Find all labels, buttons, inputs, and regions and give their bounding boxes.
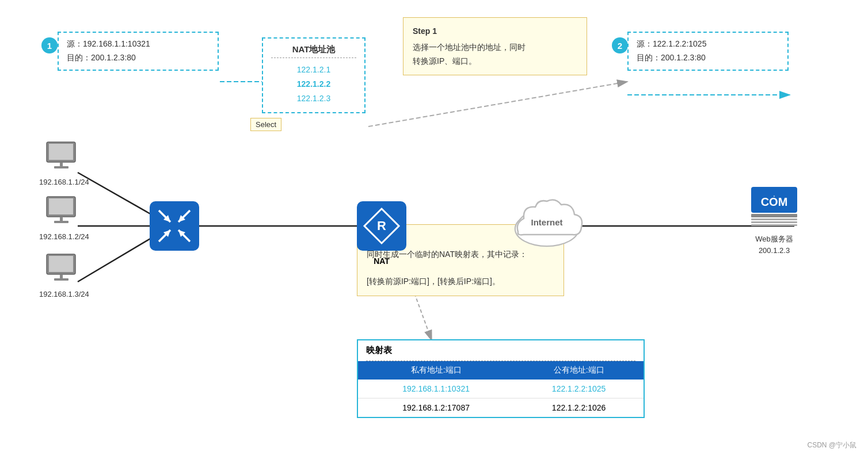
svg-rect-16 [49, 198, 73, 214]
nat-label: NAT [356, 256, 408, 266]
svg-rect-21 [60, 274, 63, 279]
packet1-dst: 目的：200.1.2.3:80 [67, 51, 210, 65]
computer3: 192.168.1.3/24 [39, 253, 89, 298]
computer1-icon [44, 141, 84, 175]
internet-cloud-container: Internet [507, 194, 587, 254]
row2-private: 192.168.1.2:17087 [358, 398, 514, 417]
svg-rect-55 [751, 224, 797, 226]
web-server-container: . COM Web服务器200.1.2.3 [748, 184, 800, 256]
svg-rect-52 [751, 214, 797, 217]
step1-title: Step 1 [413, 25, 577, 39]
mapping-title: 映射表 [366, 345, 635, 356]
internet-cloud-svg: Internet [507, 194, 587, 252]
nat-ip-1: 122.1.2.1 [271, 63, 356, 77]
table-row-1: 192.168.1.1:10321 122.1.2.2:1025 [358, 380, 644, 398]
svg-line-4 [368, 82, 627, 127]
watermark: CSDN @宁小鼠 [807, 440, 856, 450]
badge-2: 2 [612, 37, 628, 53]
computer2-label: 192.168.1.2/24 [39, 232, 89, 241]
nat-ip-3: 122.1.2.3 [271, 91, 356, 106]
mapping-title-area: 映射表 [358, 340, 644, 358]
svg-rect-14 [54, 166, 68, 168]
svg-rect-13 [60, 162, 63, 167]
mapping-table-box: 映射表 私有地址:端口 公有地址:端口 192.168.1.1:10321 12… [357, 339, 645, 418]
col-header-private: 私有地址:端口 [358, 361, 514, 380]
table-row-2: 192.168.1.2:17087 122.1.2.2:1026 [358, 398, 644, 417]
computer2-icon [44, 196, 84, 230]
computer3-label: 192.168.1.3/24 [39, 290, 89, 298]
svg-line-8 [414, 293, 432, 340]
switch-container [149, 200, 200, 252]
nat-pool-box: NAT地址池 122.1.2.1 122.1.2.2 122.1.2.3 [262, 37, 366, 113]
step1-text: 选择一个地址池中的地址，同时转换源IP、端口。 [413, 41, 577, 68]
step1-box: Step 1 选择一个地址池中的地址，同时转换源IP、端口。 [403, 17, 587, 75]
svg-rect-54 [751, 221, 797, 223]
computer1-label: 192.168.1.1/24 [39, 178, 89, 186]
nat-pool-title: NAT地址池 [271, 44, 356, 55]
row2-public: 122.1.2.2:1026 [514, 398, 644, 417]
computer1: 192.168.1.1/24 [39, 141, 89, 186]
packet2-dst: 目的：200.1.2.3:80 [637, 51, 779, 65]
svg-rect-20 [49, 256, 73, 272]
svg-text:R: R [377, 219, 386, 233]
packet1-box: 源：192.168.1.1:10321 目的：200.1.2.3:80 [58, 32, 219, 71]
svg-rect-53 [751, 219, 797, 220]
computer2: 192.168.1.2/24 [39, 196, 89, 241]
packet1-src: 源：192.168.1.1:10321 [67, 37, 210, 51]
svg-rect-22 [54, 278, 68, 281]
badge-1: 1 [41, 37, 58, 53]
svg-rect-17 [60, 217, 63, 221]
col-header-public: 公有地址:端口 [514, 361, 644, 380]
web-server-label: Web服务器200.1.2.3 [748, 233, 800, 256]
nat-pool-divider [271, 58, 356, 58]
svg-rect-28 [150, 201, 199, 251]
svg-rect-12 [49, 144, 73, 160]
computer3-icon [44, 253, 84, 288]
mapping-table: 私有地址:端口 公有地址:端口 192.168.1.1:10321 122.1.… [358, 361, 644, 417]
switch-svg [149, 200, 200, 252]
row1-private: 192.168.1.1:10321 [358, 380, 514, 398]
diagram-container: 1 源：192.168.1.1:10321 目的：200.1.2.3:80 2 … [0, 0, 868, 456]
packet2-box: 源：122.1.2.2:1025 目的：200.1.2.3:80 [627, 32, 789, 71]
svg-rect-18 [54, 221, 68, 223]
packet2-src: 源：122.1.2.2:1025 [637, 37, 779, 51]
select-badge: Select [250, 118, 281, 131]
svg-text:Internet: Internet [531, 217, 562, 227]
nat-ip-2: 122.1.2.2 [271, 77, 356, 91]
web-server-svg: . COM [748, 184, 800, 230]
row1-public: 122.1.2.2:1025 [514, 380, 644, 398]
svg-text:COM: COM [761, 196, 788, 208]
nat-router-svg: R [356, 200, 408, 252]
nat-router-container: R NAT [356, 200, 408, 252]
